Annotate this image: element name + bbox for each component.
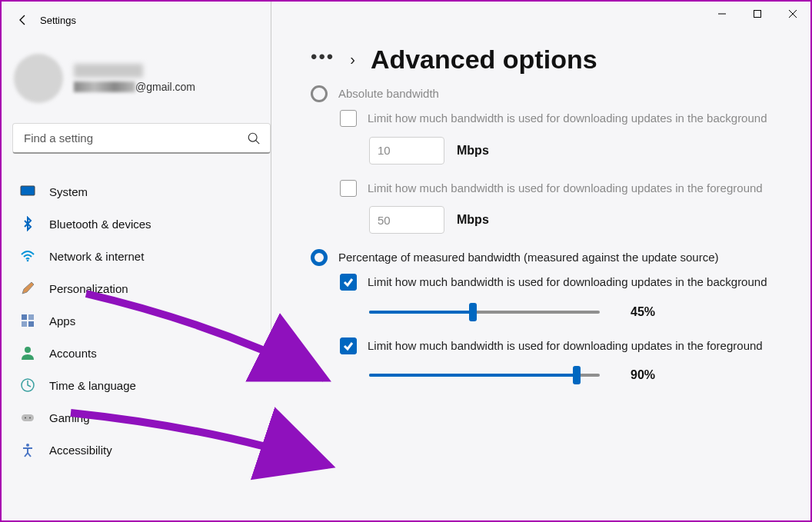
svg-point-1 [248, 133, 257, 141]
slider-pct-background[interactable] [369, 304, 600, 321]
sidebar-item-network[interactable]: Network & internet [12, 240, 271, 272]
svg-rect-8 [28, 321, 34, 327]
sidebar-item-accounts[interactable]: Accounts [12, 337, 271, 369]
maximize-button[interactable] [740, 2, 775, 26]
minimize-button[interactable] [704, 2, 740, 26]
display-icon [20, 184, 35, 199]
svg-rect-5 [22, 314, 27, 320]
back-button[interactable] [8, 5, 38, 35]
avatar [14, 54, 63, 103]
search-input[interactable] [24, 131, 247, 145]
slider-pct-foreground[interactable] [369, 367, 600, 384]
page-title: Advanced options [371, 45, 597, 75]
svg-point-13 [29, 417, 31, 419]
main-content: ••• › Advanced options Absolute bandwidt… [280, 38, 810, 520]
search-icon [247, 131, 261, 145]
sidebar-item-label: Gaming [49, 411, 90, 424]
svg-rect-11 [22, 414, 34, 421]
sidebar-item-system[interactable]: System [12, 175, 271, 208]
account-card[interactable]: @gmail.com [12, 54, 271, 103]
pct-bg-value: 45% [631, 305, 655, 319]
unit-label: Mbps [457, 213, 489, 227]
abs-fg-label: Limit how much bandwidth is used for dow… [368, 180, 784, 198]
clock-globe-icon [20, 377, 35, 393]
sidebar: @gmail.com System Bluetooth & devices Ne… [2, 38, 280, 520]
svg-rect-0 [754, 11, 761, 18]
gamepad-icon [20, 410, 35, 425]
sidebar-item-label: System [49, 185, 88, 198]
accessibility-icon [20, 442, 35, 457]
wifi-icon [20, 248, 35, 264]
breadcrumb-overflow[interactable]: ••• [311, 48, 334, 72]
sidebar-item-label: Personalization [49, 282, 128, 295]
unit-label: Mbps [457, 144, 489, 158]
svg-rect-7 [22, 321, 27, 327]
close-button[interactable] [775, 2, 810, 26]
sidebar-item-personalization[interactable]: Personalization [12, 272, 271, 304]
sidebar-item-label: Time & language [49, 379, 136, 392]
sidebar-item-time[interactable]: Time & language [12, 369, 271, 401]
svg-point-9 [25, 347, 31, 353]
sidebar-item-label: Bluetooth & devices [49, 218, 151, 231]
sidebar-item-bluetooth[interactable]: Bluetooth & devices [12, 208, 271, 240]
svg-point-14 [26, 444, 29, 447]
account-email: @gmail.com [74, 81, 195, 93]
pct-fg-label: Limit how much bandwidth is used for dow… [368, 337, 784, 355]
sidebar-item-label: Apps [49, 314, 75, 327]
person-icon [20, 345, 35, 361]
sidebar-item-label: Accounts [49, 347, 97, 360]
paintbrush-icon [20, 281, 35, 296]
radio-absolute-bandwidth[interactable] [311, 85, 328, 102]
pct-fg-value: 90% [631, 368, 655, 382]
svg-point-4 [27, 260, 29, 262]
radio-percentage-bandwidth[interactable] [311, 249, 328, 266]
account-name [74, 64, 143, 78]
apps-icon [20, 313, 35, 328]
sidebar-item-apps[interactable]: Apps [12, 304, 271, 337]
absolute-bandwidth-label: Absolute bandwidth [338, 85, 784, 102]
svg-point-12 [25, 417, 26, 419]
checkbox-pct-background[interactable] [340, 274, 357, 291]
app-title: Settings [40, 15, 76, 26]
abs-fg-input[interactable] [369, 206, 444, 234]
chevron-right-icon: › [350, 51, 355, 68]
pct-bg-label: Limit how much bandwidth is used for dow… [368, 274, 784, 291]
svg-rect-2 [21, 186, 35, 195]
percentage-bandwidth-label: Percentage of measured bandwidth (measur… [338, 249, 784, 266]
abs-bg-input[interactable] [369, 137, 444, 165]
search-input-container[interactable] [12, 123, 271, 154]
bluetooth-icon [20, 216, 35, 231]
sidebar-item-accessibility[interactable]: Accessibility [12, 434, 271, 466]
vertical-divider [271, 0, 271, 366]
sidebar-item-label: Accessibility [49, 444, 112, 457]
checkbox-abs-background[interactable] [340, 110, 357, 127]
sidebar-item-gaming[interactable]: Gaming [12, 401, 271, 434]
svg-rect-6 [28, 314, 34, 320]
checkbox-abs-foreground[interactable] [340, 180, 357, 197]
checkbox-pct-foreground[interactable] [340, 337, 357, 354]
sidebar-item-label: Network & internet [49, 250, 144, 263]
abs-bg-label: Limit how much bandwidth is used for dow… [368, 110, 784, 128]
